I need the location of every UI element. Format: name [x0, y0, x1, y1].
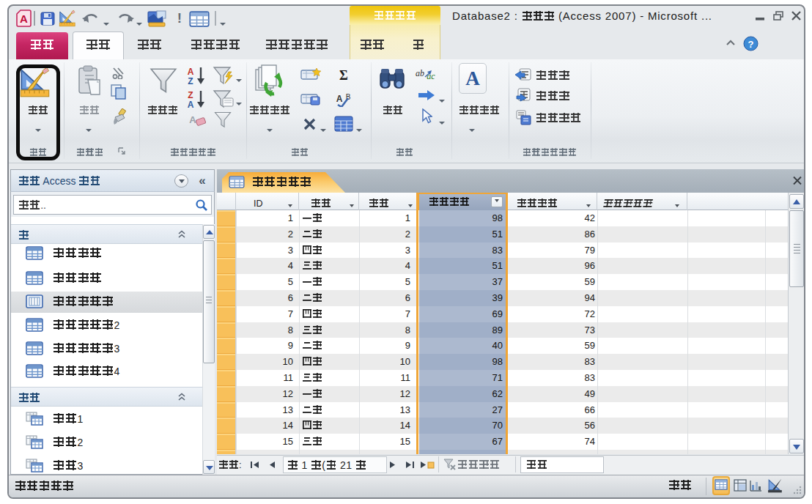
svg-text:A: A	[336, 94, 343, 104]
svg-text:Z: Z	[188, 76, 193, 85]
svg-text:A: A	[189, 114, 196, 125]
svg-text:A: A	[20, 12, 28, 25]
svg-text:?: ?	[748, 39, 754, 50]
svg-text:A: A	[188, 100, 194, 108]
svg-text:A: A	[188, 67, 194, 77]
svg-text:ab: ab	[416, 68, 424, 78]
svg-text:Z: Z	[188, 90, 193, 100]
